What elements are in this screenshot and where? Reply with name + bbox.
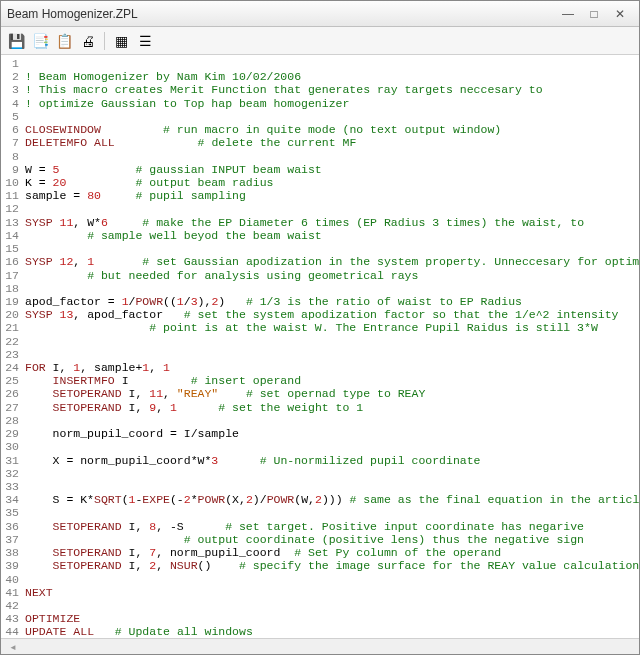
- code-text: ))): [322, 493, 350, 506]
- code-text: [218, 454, 259, 467]
- number: 1: [122, 295, 129, 308]
- number: 12: [60, 255, 74, 268]
- number: 2: [315, 493, 322, 506]
- keyword: SETOPERAND: [53, 387, 122, 400]
- keyword: OPTIMIZE: [25, 612, 80, 625]
- comment: # set the system apodization factor so t…: [184, 308, 619, 321]
- number: 6: [101, 216, 108, 229]
- print-icon[interactable]: 🖨: [77, 30, 99, 52]
- number: 11: [149, 387, 163, 400]
- line-number: 11: [1, 189, 25, 202]
- comment: # insert operand: [191, 374, 301, 387]
- keyword: SETOPERAND: [53, 559, 122, 572]
- minimize-button[interactable]: —: [555, 5, 581, 23]
- line-number: 21: [1, 321, 25, 334]
- statusbar: [1, 638, 639, 654]
- function: SQRT: [94, 493, 122, 506]
- number: 13: [60, 308, 74, 321]
- line-number: 44: [1, 625, 25, 638]
- line-number: 10: [1, 176, 25, 189]
- comment: # output beam radius: [135, 176, 273, 189]
- code-text: ((: [163, 295, 177, 308]
- code-text: ),: [198, 295, 212, 308]
- line-number: 14: [1, 229, 25, 242]
- window-title: Beam Homogenizer.ZPL: [7, 7, 555, 21]
- line-number: 19: [1, 295, 25, 308]
- close-button[interactable]: ✕: [607, 5, 633, 23]
- comment: # Set Py column of the operand: [294, 546, 501, 559]
- number: 11: [60, 216, 74, 229]
- keyword: SYSP: [25, 308, 53, 321]
- listview-icon[interactable]: ☰: [134, 30, 156, 52]
- code-text: [218, 387, 246, 400]
- maximize-button[interactable]: □: [581, 5, 607, 23]
- code-editor[interactable]: 1 2! Beam Homogenizer by Nam Kim 10/02/2…: [1, 55, 639, 638]
- save-icon[interactable]: 💾: [5, 30, 27, 52]
- comment: # set opernad type to REAY: [246, 387, 425, 400]
- function: NSUR: [170, 559, 198, 572]
- code-text: , -S: [156, 520, 225, 533]
- number: 80: [87, 189, 101, 202]
- code-text: )/: [253, 493, 267, 506]
- line-number: 1: [1, 57, 25, 70]
- comment: # point is at the waist W. The Entrance …: [149, 321, 598, 334]
- comment: # sample well beyod the beam waist: [87, 229, 322, 242]
- keyword: SETOPERAND: [53, 520, 122, 533]
- saveall-icon[interactable]: 📑: [29, 30, 51, 52]
- line-number: 27: [1, 401, 25, 414]
- keyword: ALL: [73, 625, 94, 638]
- copy-icon[interactable]: 📋: [53, 30, 75, 52]
- line-number: 6: [1, 123, 25, 136]
- keyword: SETOPERAND: [53, 401, 122, 414]
- keyword: SYSP: [25, 255, 53, 268]
- line-number: 17: [1, 269, 25, 282]
- comment: # same as the final equation in the arti…: [349, 493, 639, 506]
- comment: # set the weight to 1: [218, 401, 363, 414]
- code-text: , apod_factor: [73, 308, 183, 321]
- code-text: sample =: [25, 189, 87, 202]
- code-text: , norm_pupil_coord: [156, 546, 294, 559]
- comment: # Un-normilized pupil coordinate: [260, 454, 481, 467]
- line-number: 13: [1, 216, 25, 229]
- toolbar-separator: [104, 32, 105, 50]
- code-text: W =: [25, 163, 53, 176]
- code-text: I: [115, 374, 191, 387]
- line-number: 22: [1, 335, 25, 348]
- keyword: NEXT: [25, 586, 53, 599]
- line-number: 3: [1, 83, 25, 96]
- line-number: 38: [1, 546, 25, 559]
- line-number: 4: [1, 97, 25, 110]
- code-text: ,: [156, 559, 170, 572]
- number: 2: [246, 493, 253, 506]
- toolbar: 💾 📑 📋 🖨 ▦ ☰: [1, 27, 639, 55]
- keyword: ALL: [94, 136, 115, 149]
- line-number: 36: [1, 520, 25, 533]
- line-number: 40: [1, 573, 25, 586]
- number: 1: [177, 295, 184, 308]
- line-number: 12: [1, 202, 25, 215]
- code-text: (X,: [225, 493, 246, 506]
- comment: # 1/3 is the ratio of waist to EP Radius: [246, 295, 522, 308]
- code-text: norm_pupil_coord = I/sample: [53, 427, 239, 440]
- line-number: 7: [1, 136, 25, 149]
- number: 20: [53, 176, 67, 189]
- code-text: X = norm_pupil_coord*W*: [53, 454, 212, 467]
- line-number: 23: [1, 348, 25, 361]
- code-text: [177, 401, 218, 414]
- code-text: , W*: [73, 216, 101, 229]
- line-number: 16: [1, 255, 25, 268]
- code-text: ,: [156, 401, 170, 414]
- code-text: S = K*: [53, 493, 94, 506]
- line-number: 31: [1, 454, 25, 467]
- line-number: 34: [1, 493, 25, 506]
- code-text: (: [122, 493, 129, 506]
- line-number: 33: [1, 480, 25, 493]
- code-text: I,: [122, 546, 150, 559]
- code-text: I,: [46, 361, 74, 374]
- number: 5: [53, 163, 60, 176]
- keyword: INSERTMFO: [53, 374, 115, 387]
- line-number: 25: [1, 374, 25, 387]
- blockview-icon[interactable]: ▦: [110, 30, 132, 52]
- comment: # pupil sampling: [135, 189, 245, 202]
- line-number: 37: [1, 533, 25, 546]
